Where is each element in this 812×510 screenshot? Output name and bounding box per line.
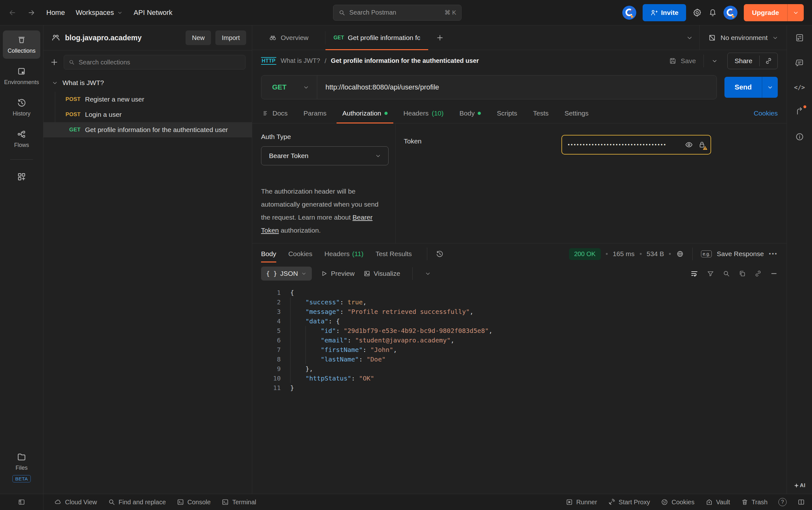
cloud-view-button[interactable]: Cloud View [54, 498, 97, 506]
visualize-button[interactable]: Visualize [363, 270, 400, 277]
tab-params[interactable]: Params [302, 103, 328, 123]
url-input[interactable]: http://localhost:8080/api/users/profile [317, 83, 439, 91]
import-button[interactable]: Import [215, 30, 246, 45]
nav-api-network[interactable]: API Network [133, 8, 172, 17]
response-code[interactable]: 1{2"success": true,3"message": "Profile … [252, 283, 787, 494]
tab-authorization[interactable]: Authorization [341, 103, 389, 123]
response-time[interactable]: 165 ms [613, 250, 635, 258]
request-item[interactable]: POST Register a new user [55, 92, 252, 107]
cookies-button[interactable]: Cookies [661, 498, 694, 506]
send-options-chevron[interactable] [762, 77, 778, 98]
trash-button[interactable]: Trash [741, 498, 768, 506]
avatar[interactable] [622, 6, 636, 20]
response-tab-cookies[interactable]: Cookies [288, 244, 312, 264]
tab-docs[interactable]: Docs [261, 103, 289, 123]
code-snippet-icon[interactable]: </> [794, 84, 805, 91]
upgrade-button[interactable]: Upgrade [744, 4, 787, 21]
global-search[interactable]: ⌘ K [333, 5, 461, 21]
add-plus-icon[interactable] [50, 58, 59, 67]
send-button[interactable]: Send [724, 77, 762, 98]
back-arrow-icon[interactable] [8, 8, 17, 17]
tab-body[interactable]: Body [458, 103, 482, 123]
breadcrumb-collection[interactable]: What is JWT? [281, 57, 320, 64]
response-tab-body[interactable]: Body [261, 244, 276, 264]
nav-workspaces[interactable]: Workspaces [76, 8, 123, 17]
account-avatar[interactable] [723, 6, 738, 20]
console-button[interactable]: Console [177, 498, 211, 506]
response-history-icon[interactable] [435, 250, 444, 258]
global-search-input[interactable] [349, 9, 441, 16]
rail-item-environments[interactable]: Environments [3, 62, 40, 90]
rail-item-more-blocks[interactable] [3, 167, 40, 186]
share-button[interactable]: Share [728, 57, 759, 65]
request-item-selected[interactable]: GET Get profile information for the auth… [43, 122, 252, 137]
tab-headers[interactable]: Headers(10) [402, 103, 445, 123]
start-proxy-button[interactable]: Start Proxy [608, 498, 650, 506]
vault-button[interactable]: Vault [705, 498, 730, 506]
tabs-overflow-chevron[interactable] [680, 34, 699, 41]
search-in-body-icon[interactable] [723, 270, 730, 277]
network-globe-icon[interactable] [676, 250, 684, 258]
rail-item-flows[interactable]: Flows [3, 125, 40, 153]
response-tab-headers[interactable]: Headers(11) [325, 244, 363, 264]
method-selector[interactable]: GET [261, 76, 317, 99]
code-token: true [347, 298, 363, 307]
secure-lock-icon[interactable] [698, 141, 706, 149]
new-button[interactable]: New [185, 30, 211, 45]
related-requests-icon[interactable] [795, 107, 804, 116]
response-toolbar: { } JSON Preview Visualize [252, 264, 787, 283]
format-options-chevron[interactable] [425, 271, 431, 277]
postbot-ai-icon[interactable]: AI [793, 482, 806, 489]
environment-quicklook-icon[interactable] [795, 33, 804, 42]
token-field[interactable]: ••••••••••••••••••••••••••••••••• [562, 135, 711, 154]
tab-scripts[interactable]: Scripts [495, 103, 518, 123]
find-and-replace-button[interactable]: Find and replace [108, 498, 166, 506]
status-badge[interactable]: 200 OK [569, 248, 601, 260]
format-selector[interactable]: { } JSON [261, 266, 312, 281]
upgrade-chevron[interactable] [787, 4, 804, 21]
response-tab-test-results[interactable]: Test Results [375, 244, 412, 264]
reveal-eye-icon[interactable] [685, 140, 693, 149]
rail-item-files[interactable]: Files BETA [3, 448, 40, 487]
terminal-button[interactable]: Terminal [221, 498, 256, 506]
wrap-text-icon[interactable] [690, 270, 698, 278]
split-panel-icon[interactable] [798, 498, 805, 506]
more-options-icon[interactable]: ••• [769, 251, 778, 257]
preview-button[interactable]: Preview [321, 270, 355, 277]
copy-icon[interactable] [739, 270, 746, 277]
cookies-link[interactable]: Cookies [754, 110, 778, 117]
collapse-response-icon[interactable] [770, 270, 778, 277]
new-tab-plus-icon[interactable] [428, 34, 452, 42]
environment-selector[interactable]: No environment [699, 25, 787, 50]
filter-icon[interactable] [707, 270, 714, 277]
help-button[interactable]: ? [778, 498, 787, 506]
tab-tests[interactable]: Tests [532, 103, 550, 123]
link-icon[interactable] [754, 270, 762, 277]
tab-active-request[interactable]: GET Get profile information for the auth… [325, 25, 428, 50]
nav-home[interactable]: Home [46, 8, 65, 17]
collections-search-input[interactable] [79, 59, 241, 66]
notifications-bell-icon[interactable] [708, 8, 717, 17]
comments-icon[interactable] [795, 58, 804, 68]
settings-gear-icon[interactable] [692, 8, 702, 18]
save-button[interactable]: Save [669, 57, 696, 65]
collection-row[interactable]: What is JWT? [43, 74, 252, 92]
tab-overview[interactable]: Overview [252, 25, 325, 50]
auth-type-dropdown[interactable]: Bearer Token [261, 146, 389, 165]
workspace-name[interactable]: blog.javapro.academy [65, 34, 142, 42]
info-icon[interactable] [795, 132, 804, 142]
response-size[interactable]: 534 B [647, 250, 664, 258]
tab-settings[interactable]: Settings [563, 103, 590, 123]
collections-search[interactable] [64, 55, 245, 69]
request-item[interactable]: POST Login a user [55, 107, 252, 122]
rail-item-collections[interactable]: Collections [3, 30, 40, 59]
invite-button[interactable]: Invite [642, 4, 686, 21]
save-response-button[interactable]: Save Response [717, 250, 764, 258]
token-masked-value[interactable]: ••••••••••••••••••••••••••••••••• [568, 142, 680, 148]
save-options-chevron[interactable] [712, 58, 718, 64]
toggle-sidebar-icon[interactable] [0, 494, 43, 510]
runner-button[interactable]: Runner [566, 498, 597, 506]
forward-arrow-icon[interactable] [27, 8, 35, 17]
rail-item-history[interactable]: History [3, 93, 40, 121]
copy-link-icon[interactable] [760, 57, 777, 65]
